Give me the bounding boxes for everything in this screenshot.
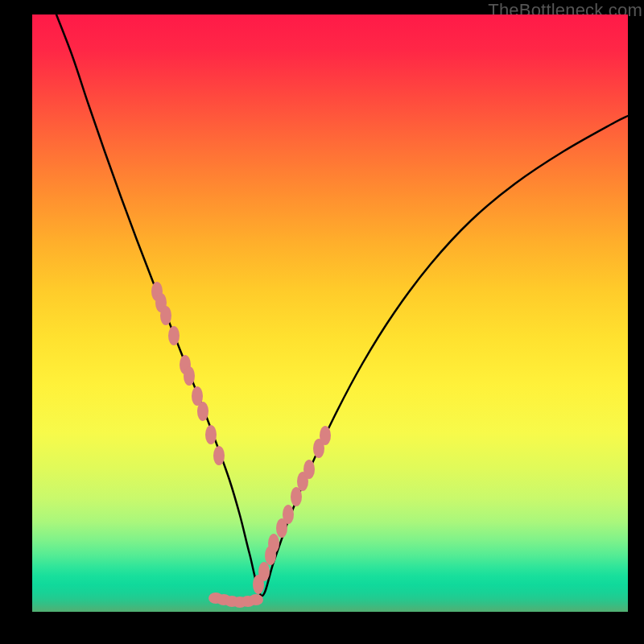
- curve-svg: [32, 14, 628, 612]
- bead-right: [258, 562, 270, 581]
- bead-right: [268, 534, 279, 553]
- chart-frame: TheBottleneck.com: [0, 0, 644, 644]
- bead-right: [283, 505, 294, 524]
- bead-group: [151, 282, 331, 608]
- bead-left: [213, 446, 225, 465]
- bead-right: [320, 426, 331, 445]
- main-curve: [56, 14, 628, 596]
- bead-left: [168, 326, 180, 345]
- bead-left: [184, 366, 195, 386]
- plot-area: [32, 14, 628, 612]
- bead-left: [197, 402, 208, 421]
- bead-left: [160, 306, 171, 325]
- bead-right: [303, 460, 315, 479]
- bead-bottom: [249, 594, 263, 605]
- bead-left: [205, 425, 217, 444]
